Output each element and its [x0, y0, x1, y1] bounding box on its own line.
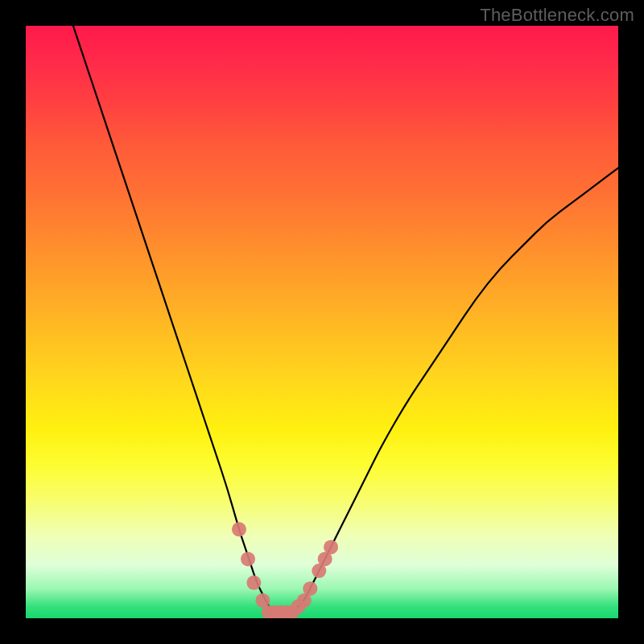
curve-markers: [232, 522, 338, 618]
curve-layer: [26, 26, 618, 618]
curve-marker: [246, 576, 261, 590]
bottleneck-curve-path: [73, 26, 618, 613]
curve-marker: [324, 540, 338, 555]
plot-area: [26, 26, 618, 618]
bottleneck-curve: [73, 26, 618, 613]
curve-marker: [232, 522, 246, 537]
watermark-text: TheBottleneck.com: [480, 5, 634, 26]
curve-marker: [303, 581, 317, 596]
curve-marker: [241, 551, 255, 566]
